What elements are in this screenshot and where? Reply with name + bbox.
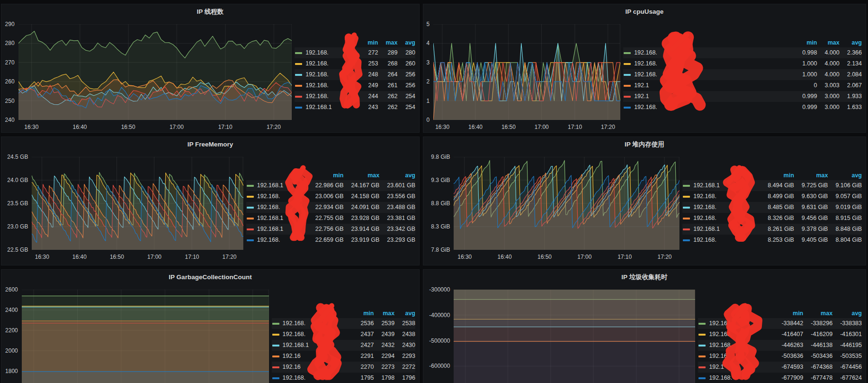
legend-series-name[interactable]: 192.168. [279,318,353,329]
time-series-graph[interactable]: 29028027026025024016:3016:4016:5017:0017… [1,18,295,132]
legend-value-avg: 23.556 GB [379,191,415,202]
legend-header-min[interactable]: min [308,171,344,180]
legend-series-name[interactable]: 192.168. [690,235,760,246]
legend-series-name[interactable]: 192.168. [706,329,774,340]
panel-ip-threads: IP 线程数 29028027026025024016:3016:4016:50… [1,4,420,133]
legend-row: 192.168.1.0004.0002.084 [623,69,862,80]
plot-area[interactable] [18,24,292,120]
x-axis-tick-label: 17:10 [617,254,632,260]
time-series-graph[interactable]: 54321016:3016:4016:5017:0017:1017:20 [423,18,623,132]
panel-title[interactable]: IP 线程数 [1,4,419,18]
legend-series-name[interactable]: 192.168. [302,47,360,58]
legend-series-name[interactable]: 192.168. [631,102,795,113]
legend-value-min: 8.499 GiB [760,191,794,202]
legend-header-avg[interactable]: avg [840,38,862,47]
legend-series-name[interactable]: 192.168. [631,47,795,58]
legend-series-name[interactable]: 192.168. [302,69,360,80]
legend-header-max[interactable]: max [374,309,394,318]
legend-series-name[interactable]: 192.168.1 [302,102,360,113]
legend-series-name[interactable]: 192.168. [631,69,795,80]
legend-header-avg[interactable]: avg [397,38,415,47]
legend-series-name[interactable]: 192.168. [302,58,360,69]
legend-header-max[interactable]: max [794,171,828,180]
legend-header-min[interactable]: min [760,171,794,180]
legend-header-avg[interactable]: avg [379,171,415,180]
legend-header-avg[interactable]: avg [832,309,862,318]
x-axis-tick-label: 17:00 [147,254,161,260]
legend-value-max: 4.000 [817,58,839,69]
legend-series-name[interactable]: 192.168. [254,191,308,202]
time-series-graph[interactable]: -300000-400000-500000-600000-700000 [423,284,698,383]
legend-header-min[interactable]: min [360,38,378,47]
legend-header-max[interactable]: max [378,38,397,47]
time-series-graph[interactable]: 24.5 GB24.0 GB23.5 GB23.0 GB22.5 GB16:30… [1,151,246,265]
legend-series-name[interactable]: 192.168. [254,202,308,213]
legend-value-avg: 2430 [394,340,415,351]
legend-header-min[interactable]: min [795,38,817,47]
panel-title[interactable]: IP 堆内存使用 [423,137,866,151]
legend-series-name[interactable]: 192.168. [279,329,353,340]
plot-area[interactable] [433,24,620,120]
legend-header-max[interactable]: max [343,171,379,180]
legend-series-name[interactable]: 192.168.1 [690,180,760,191]
legend-series-name[interactable]: 192.168. [302,80,360,91]
legend-series-name[interactable]: 192.16 [279,351,353,362]
legend-series-name[interactable]: 192.168. [706,318,774,329]
panel-title[interactable]: IP FreeMemory [1,137,419,151]
legend-series-name[interactable]: 192.168.1 [690,224,760,235]
legend-value-avg: 1.633 [840,102,862,113]
plot-area[interactable] [454,290,695,383]
legend-series-name[interactable]: 192.168. [631,58,795,69]
legend-header-avg[interactable]: avg [828,171,862,180]
panel-ip-gc-time: IP 垃圾收集耗时 -300000-400000-500000-600000-7… [423,269,866,383]
legend-series-name[interactable]: 192.168. [706,340,774,351]
legend-row: 192.168.18.494 GiB9.725 GiB9.106 GiB [682,180,862,191]
y-axis-tick-label: 250 [1,98,15,104]
legend-series-name[interactable]: 192.168. [690,202,760,213]
legend-series-name[interactable]: 192.168. [279,373,353,383]
legend-header-max[interactable]: max [817,38,839,47]
legend-series-name[interactable]: 192.1 [631,80,795,91]
legend-series-name[interactable]: 192.168.1 [254,213,308,224]
plot-area[interactable] [22,290,269,383]
legend-value-avg: 254 [397,102,415,113]
series-color-dash-icon [624,74,631,76]
legend-series-name[interactable]: 192.168.1 [254,180,308,191]
legend-series-name[interactable]: 192.168. [690,213,760,224]
time-series-graph[interactable]: 260024002200200018001600 [1,284,272,383]
legend-series-name[interactable]: 192.168.1 [254,224,308,235]
legend-series-name[interactable]: 192.16 [279,362,353,373]
legend-value-min: 22.986 GB [308,180,344,191]
panel-title[interactable]: IP 垃圾收集耗时 [423,270,866,284]
legend-header-avg[interactable]: avg [394,309,415,318]
y-axis-tick-label: 24.0 GB [1,177,28,183]
plot-area[interactable] [32,157,243,250]
series-color-dash-icon [698,377,706,379]
legend-table: minmaxavg192.168.-338442-338296-33838319… [698,309,862,383]
legend-header-max[interactable]: max [803,309,832,318]
legend-header-min[interactable]: min [774,309,803,318]
legend-value-avg: -677624 [832,373,862,383]
y-axis-tick-label: 5 [423,21,430,27]
series-color-dash-icon [295,85,302,87]
series-color-dash-icon [295,96,302,98]
legend-value-max: 4.000 [817,69,839,80]
legend-series-name[interactable]: 192.168. [690,191,760,202]
legend-header-min[interactable]: min [353,309,374,318]
plot-area[interactable] [454,157,680,250]
time-series-graph[interactable]: 9.8 GiB9.3 GiB8.8 GiB8.3 GiB7.8 GiB16:30… [423,151,682,265]
panel-title[interactable]: IP GarbageCollectionCount [1,270,419,284]
legend-series-name[interactable]: 192.1 [631,91,795,102]
legend-series-name[interactable]: 192.168. [302,91,360,102]
y-axis-tick-label: 2000 [1,348,18,354]
legend-series-name[interactable]: 192.16 [706,351,774,362]
legend-series-name[interactable]: 192.168.1 [279,340,353,351]
legend-value-min: -674593 [774,362,803,373]
legend-row: 192.168.0.9993.0001.633 [623,102,862,113]
panel-title[interactable]: IP cpuUsage [423,4,866,18]
legend-series-name[interactable]: 192.1 [706,362,774,373]
series-color-dash-icon [624,85,631,87]
panel-ip-heap-usage: IP 堆内存使用 9.8 GiB9.3 GiB8.8 GiB8.3 GiB7.8… [423,137,866,265]
legend-series-name[interactable]: 192.168. [254,235,308,246]
legend-series-name[interactable]: 192.168. [706,373,774,383]
